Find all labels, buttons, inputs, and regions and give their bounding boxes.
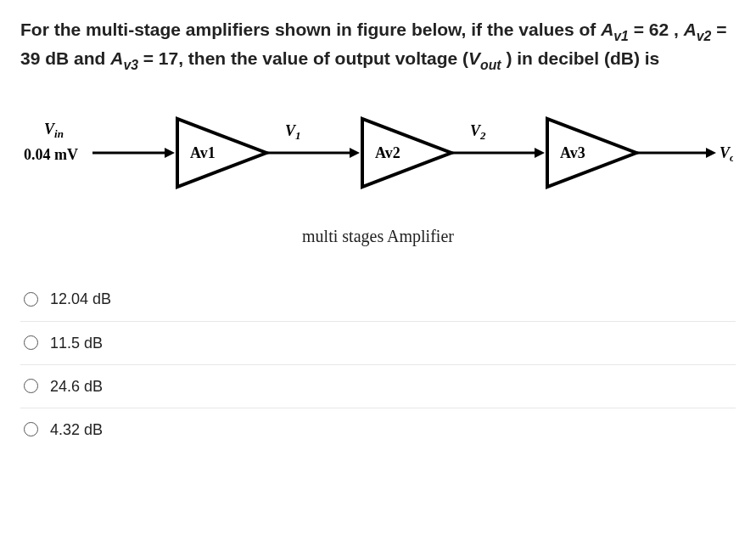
q-av3-sub: v3 [123, 58, 138, 72]
radio-icon [24, 292, 38, 307]
q-av2-sub: v2 [697, 29, 712, 43]
q-vout-sym: V [468, 48, 480, 68]
svg-marker-17 [706, 148, 716, 158]
q-av1-sym: A [601, 20, 613, 39]
svg-text:Vout: Vout [720, 144, 733, 164]
option-d[interactable]: 4.32 dB [20, 408, 736, 451]
question-text: For the multi-stage amplifiers shown in … [20, 17, 736, 75]
q-av3-eq: = 17, then the value of output voltage ( [138, 48, 468, 68]
radio-icon [24, 335, 38, 350]
option-label: 24.6 dB [50, 375, 103, 397]
option-b[interactable]: 11.5 dB [20, 322, 736, 365]
radio-icon [24, 379, 38, 393]
diagram-caption: multi stages Amplifier [20, 224, 736, 249]
radio-icon [24, 422, 38, 436]
option-label: 11.5 dB [50, 332, 103, 354]
q-av1-sub: v1 [613, 29, 629, 43]
svg-text:V1: V1 [285, 122, 301, 142]
option-label: 12.04 dB [50, 288, 111, 310]
q-av1-eq: = 62 , [629, 20, 684, 39]
amplifier-svg: Vin 0.04 mV Av1 V1 Av2 V2 Av3 Vout [20, 102, 733, 212]
svg-text:Vin: Vin [44, 121, 64, 140]
option-c[interactable]: 24.6 dB [20, 365, 736, 408]
answer-options: 12.04 dB 11.5 dB 24.6 dB 4.32 dB [20, 278, 736, 450]
svg-text:Av2: Av2 [375, 144, 400, 161]
option-a[interactable]: 12.04 dB [20, 278, 736, 321]
q-av2-sym: A [684, 20, 697, 39]
svg-text:V2: V2 [470, 122, 486, 142]
circuit-diagram: Vin 0.04 mV Av1 V1 Av2 V2 Av3 Vout multi… [20, 102, 736, 249]
svg-text:0.04 mV: 0.04 mV [24, 146, 78, 163]
q-prefix: For the multi-stage amplifiers shown in … [20, 20, 601, 39]
svg-text:Av3: Av3 [560, 144, 585, 161]
svg-text:Av1: Av1 [190, 144, 216, 161]
q-av3-sym: A [110, 48, 123, 68]
svg-marker-3 [165, 148, 175, 158]
q-vout-sub: out [480, 58, 501, 72]
svg-marker-13 [535, 148, 545, 158]
q-suffix: ) in decibel (dB) is [501, 48, 660, 68]
option-label: 4.32 dB [50, 419, 103, 441]
svg-marker-8 [350, 148, 360, 158]
